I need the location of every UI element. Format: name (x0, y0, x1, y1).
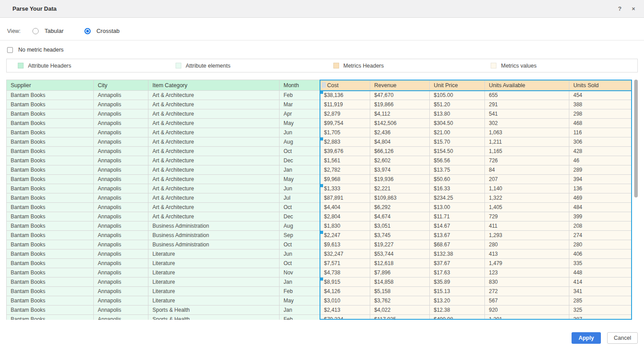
cell[interactable]: Annapolis (94, 231, 148, 240)
cell[interactable]: Bantam Books (7, 91, 94, 100)
cell[interactable]: Art & Architecture (148, 119, 280, 128)
cell[interactable]: 454 (569, 91, 632, 100)
cell[interactable]: $4,674 (370, 212, 430, 221)
cell[interactable]: Bantam Books (7, 259, 94, 268)
cell[interactable]: 207 (485, 175, 569, 184)
cell[interactable]: 920 (485, 306, 569, 315)
cell[interactable]: Jun (280, 249, 320, 259)
cell[interactable]: $11.71 (430, 212, 485, 221)
cell[interactable]: Dec (280, 212, 320, 221)
cell[interactable]: Annapolis (94, 193, 148, 203)
cell[interactable]: $8,915 (320, 278, 370, 287)
cell[interactable]: 116 (569, 128, 632, 137)
no-metric-headers-checkbox[interactable] (7, 47, 13, 53)
cell[interactable]: $9,613 (320, 240, 370, 249)
cell[interactable]: $7,896 (370, 268, 430, 278)
cell[interactable]: $15.70 (430, 137, 485, 147)
cell[interactable]: $19,936 (370, 175, 430, 184)
radio-unselected-icon[interactable] (32, 28, 39, 34)
cell[interactable]: Art & Architecture (148, 165, 280, 175)
cell[interactable]: $142,506 (370, 119, 430, 128)
cell[interactable]: 414 (569, 278, 632, 287)
cell[interactable]: Business Administration (148, 240, 280, 249)
cell[interactable]: 1,165 (485, 147, 569, 156)
cell[interactable]: 280 (569, 240, 632, 249)
cell[interactable]: 830 (485, 278, 569, 287)
apply-button[interactable]: Apply (572, 332, 601, 344)
cell[interactable]: $109,863 (370, 193, 430, 203)
cell[interactable]: Oct (280, 203, 320, 212)
cell[interactable]: $12.38 (430, 306, 485, 315)
cell[interactable]: Apr (280, 109, 320, 119)
cell[interactable]: Annapolis (94, 156, 148, 165)
cell[interactable]: Literature (148, 249, 280, 259)
cell[interactable]: Bantam Books (7, 128, 94, 137)
cell[interactable]: $1,830 (320, 221, 370, 231)
cell[interactable]: Art & Architecture (148, 91, 280, 100)
cell[interactable]: 1,405 (485, 203, 569, 212)
cell[interactable]: Bantam Books (7, 306, 94, 315)
cell[interactable]: Annapolis (94, 137, 148, 147)
cell[interactable]: Bantam Books (7, 156, 94, 165)
cell[interactable]: $70,234 (320, 315, 370, 320)
cell[interactable]: Annapolis (94, 240, 148, 249)
cell[interactable]: Bantam Books (7, 221, 94, 231)
cell[interactable]: $4,404 (320, 203, 370, 212)
cell[interactable]: Annapolis (94, 287, 148, 296)
cell[interactable]: Bantam Books (7, 231, 94, 240)
cell[interactable]: $51.20 (430, 100, 485, 109)
cell[interactable]: $14,858 (370, 278, 430, 287)
cell[interactable]: $21.00 (430, 128, 485, 137)
cell[interactable]: Business Administration (148, 221, 280, 231)
cell[interactable]: $11,919 (320, 100, 370, 109)
cell[interactable]: Art & Architecture (148, 212, 280, 221)
cell[interactable]: $1,705 (320, 128, 370, 137)
cell[interactable]: $234.25 (430, 193, 485, 203)
cell[interactable]: Bantam Books (7, 119, 94, 128)
cell[interactable]: Sep (280, 231, 320, 240)
cell[interactable]: Feb (280, 315, 320, 320)
cell[interactable]: Mar (280, 100, 320, 109)
cell[interactable]: Bantam Books (7, 147, 94, 156)
cell[interactable]: Dec (280, 156, 320, 165)
cell[interactable]: $2,782 (320, 165, 370, 175)
cell[interactable]: 272 (485, 287, 569, 296)
scrollbar-thumb[interactable] (634, 80, 638, 197)
cell[interactable]: $16.33 (430, 184, 485, 193)
column-header-units-sold[interactable]: Units Sold (569, 80, 632, 91)
cell[interactable]: Annapolis (94, 165, 148, 175)
cell[interactable]: 399 (569, 212, 632, 221)
cell[interactable]: Bantam Books (7, 137, 94, 147)
cell[interactable]: Oct (280, 147, 320, 156)
cell[interactable]: $37.67 (430, 259, 485, 268)
cell[interactable]: May (280, 175, 320, 184)
cell[interactable]: Aug (280, 221, 320, 231)
cell[interactable]: Sports & Health (148, 315, 280, 320)
cell[interactable]: $1,561 (320, 156, 370, 165)
cell[interactable]: May (280, 119, 320, 128)
cell[interactable]: 1,201 (485, 315, 569, 320)
cell[interactable]: $13.75 (430, 165, 485, 175)
cell[interactable]: $13.20 (430, 296, 485, 306)
cell[interactable]: Annapolis (94, 278, 148, 287)
cell[interactable]: 306 (569, 137, 632, 147)
cell[interactable]: Aug (280, 137, 320, 147)
cell[interactable]: $35.89 (430, 278, 485, 287)
cell[interactable]: $19,227 (370, 240, 430, 249)
cell[interactable]: 274 (569, 231, 632, 240)
cell[interactable]: Annapolis (94, 109, 148, 119)
cell[interactable]: $53,744 (370, 249, 430, 259)
cell[interactable]: Bantam Books (7, 109, 94, 119)
no-metric-headers-option[interactable]: No metric headers (7, 47, 644, 53)
cell[interactable]: 469 (569, 193, 632, 203)
cell[interactable]: Bantam Books (7, 100, 94, 109)
cell[interactable]: Art & Architecture (148, 156, 280, 165)
cell[interactable]: Art & Architecture (148, 203, 280, 212)
cell[interactable]: $3,051 (370, 221, 430, 231)
column-header-revenue[interactable]: Revenue (370, 80, 430, 91)
radio-selected-icon[interactable] (84, 28, 91, 34)
drag-handle-icon[interactable] (322, 82, 326, 88)
cell[interactable]: 84 (485, 165, 569, 175)
radio-option-tabular[interactable]: Tabular (32, 28, 64, 34)
cell[interactable]: Bantam Books (7, 296, 94, 306)
